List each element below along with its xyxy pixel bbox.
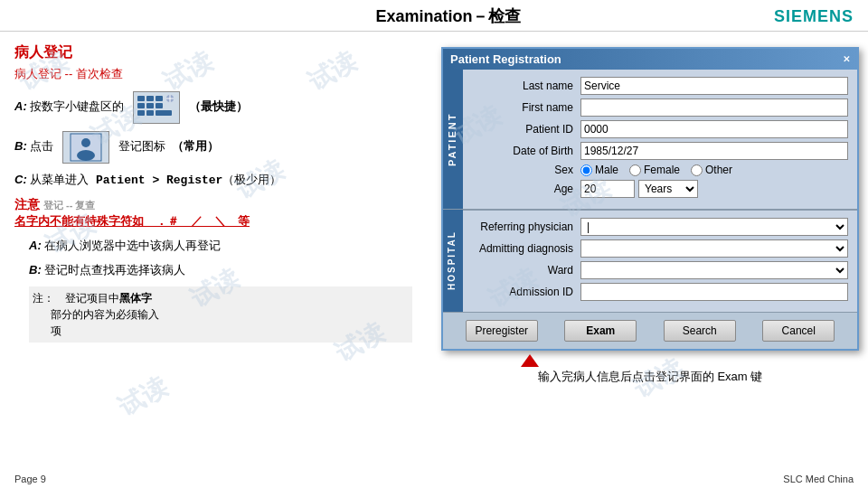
step-b-text: 点击	[30, 139, 53, 153]
register-icon	[62, 131, 109, 164]
svg-rect-6	[137, 110, 145, 116]
admitting-label: Admitting diagnosis	[472, 242, 580, 255]
sex-male-option[interactable]: Male	[580, 164, 618, 176]
footer-company: SLC Med China	[783, 474, 854, 484]
step-b-suffix: （常用）	[172, 139, 219, 153]
notice-b-text: 登记时点查找再选择该病人	[44, 263, 185, 277]
hospital-form: Referring physician | Admitting diagnosi…	[463, 210, 857, 312]
svg-rect-1	[146, 96, 154, 101]
header: Examination－检查 SIEMENS	[0, 0, 868, 32]
exam-arrow-desc: 输入完病人信息后点击登记界面的 Exam 键	[441, 354, 859, 385]
page-footer: Page 9 SLC Med China	[14, 474, 854, 484]
section-subtitle: 病人登记 -- 首次检查	[14, 66, 412, 82]
admitting-select[interactable]	[580, 239, 848, 258]
note-box: 注： 登记项目中黑体字 部分的内容为必须输入 项	[29, 286, 412, 343]
admission-row: Admission ID	[472, 283, 848, 301]
patient-id-row: Patient ID	[472, 120, 848, 138]
dialog-title: Patient Registration	[450, 52, 561, 66]
last-name-row: Last name	[472, 77, 848, 95]
dialog-titlebar: Patient Registration ✕	[443, 49, 857, 70]
notice-box: 注意登记 -- 复查 名字内不能有特殊字符如 ．＃ ／ ＼ 等	[14, 197, 412, 230]
bottom-description: 输入完病人信息后点击登记界面的 Exam 键	[538, 370, 762, 383]
dialog-buttons: Preregister Exam Search Cancel	[443, 312, 857, 349]
step-c-text: 从菜单进入	[30, 173, 89, 186]
keypad-svg	[134, 92, 179, 123]
keypad-icon	[133, 91, 180, 124]
sex-female-radio[interactable]	[629, 164, 641, 176]
page-title: Examination－检查	[123, 5, 774, 27]
sex-male-label: Male	[595, 164, 618, 176]
notice-a-text: 在病人浏览器中选中该病人再登记	[44, 239, 221, 252]
step-b: B: 点击 登记图标 （常用）	[14, 131, 412, 164]
sex-other-label: Other	[705, 164, 732, 176]
sex-row: Sex Male Female Other	[472, 164, 848, 176]
dialog-lower-section: HOSPITAL Referring physician | Admitting…	[443, 209, 857, 312]
svg-rect-5	[156, 103, 163, 108]
left-panel: 病人登记 病人登记 -- 首次检查 A: 按数字小键盘区的 （最快捷）	[0, 34, 427, 452]
svg-rect-7	[146, 110, 154, 116]
notice-title: 注意登记 -- 复查	[14, 197, 412, 213]
svg-rect-3	[137, 103, 145, 108]
svg-point-14	[77, 150, 95, 161]
admission-label: Admission ID	[472, 286, 580, 298]
page-number: Page 9	[14, 474, 46, 484]
dialog-upper-section: PATIENT Last name First name Patient ID	[443, 70, 857, 209]
sex-female-label: Female	[644, 164, 680, 176]
sex-male-radio[interactable]	[580, 164, 592, 176]
preregister-button[interactable]: Preregister	[466, 320, 538, 342]
step-c-bold: Patient > Register	[96, 174, 222, 187]
dob-input[interactable]	[580, 142, 848, 160]
first-name-input[interactable]	[580, 99, 848, 117]
patient-registration-dialog: Patient Registration ✕ PATIENT Last name…	[441, 47, 859, 385]
arrow-up-icon	[521, 354, 539, 367]
age-unit-select[interactable]: Years Months Days	[638, 180, 698, 198]
svg-point-13	[81, 138, 90, 147]
referring-label: Referring physician	[472, 221, 580, 233]
svg-rect-0	[137, 96, 145, 101]
last-name-input[interactable]	[580, 77, 848, 95]
note-label: 注： 登记项目中黑体字	[33, 292, 152, 305]
sex-other-option[interactable]: Other	[691, 164, 732, 176]
ward-label: Ward	[472, 264, 580, 277]
cancel-button[interactable]: Cancel	[762, 320, 835, 342]
last-name-label: Last name	[472, 80, 580, 92]
first-name-row: First name	[472, 99, 848, 117]
age-label: Age	[472, 183, 580, 195]
exam-button[interactable]: Exam	[564, 320, 637, 342]
siemens-logo: SIEMENS	[774, 7, 854, 26]
first-name-label: First name	[472, 101, 580, 114]
sex-female-option[interactable]: Female	[629, 164, 680, 176]
notice-special: 名字内不能有特殊字符如 ．＃ ／ ＼ 等	[14, 213, 412, 230]
dialog-window: Patient Registration ✕ PATIENT Last name…	[441, 47, 859, 351]
admitting-row: Admitting diagnosis	[472, 239, 848, 258]
search-button[interactable]: Search	[664, 320, 736, 342]
step-a-label: A:	[14, 99, 27, 113]
age-row: Age Years Months Days	[472, 180, 848, 198]
notice-b: B: 登记时点查找再选择该病人	[29, 261, 412, 279]
notice-a-label: A:	[29, 239, 42, 252]
ward-row: Ward	[472, 261, 848, 279]
svg-rect-4	[146, 103, 154, 108]
svg-rect-2	[156, 96, 163, 101]
referring-select[interactable]: |	[580, 218, 848, 236]
note-text-2: 部分的内容为必须输入	[51, 308, 159, 321]
step-a: A: 按数字小键盘区的 （最快捷）	[14, 91, 412, 124]
hospital-tab[interactable]: HOSPITAL	[443, 210, 463, 312]
admission-input[interactable]	[580, 283, 848, 301]
dob-row: Date of Birth	[472, 142, 848, 160]
sex-label: Sex	[472, 164, 580, 176]
dob-label: Date of Birth	[472, 145, 580, 157]
age-input[interactable]	[580, 180, 635, 198]
ward-select[interactable]	[580, 261, 848, 279]
sex-other-radio[interactable]	[691, 164, 703, 176]
notice-b-label: B:	[29, 263, 42, 277]
patient-id-label: Patient ID	[472, 123, 580, 136]
step-a-suffix: （最快捷）	[189, 99, 248, 113]
patient-id-input[interactable]	[580, 120, 848, 138]
svg-rect-8	[156, 110, 172, 116]
close-icon[interactable]: ✕	[843, 54, 850, 64]
patient-tab[interactable]: PATIENT	[443, 70, 463, 209]
patient-form: Last name First name Patient ID Date of …	[463, 70, 857, 209]
section-title: 病人登记	[14, 43, 412, 62]
referring-row: Referring physician |	[472, 218, 848, 236]
